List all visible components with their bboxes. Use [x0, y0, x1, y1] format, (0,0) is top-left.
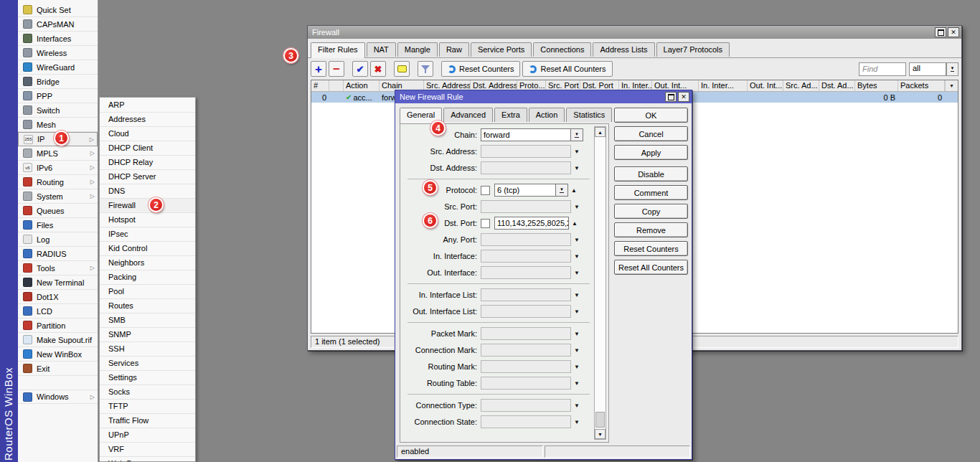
sidebar-item-capsman[interactable]: CAPsMAN ▷: [18, 17, 98, 32]
field-input[interactable]: [481, 344, 571, 357]
reset-counters-toolbar-button[interactable]: Reset Counters: [441, 61, 520, 77]
column-chooser-button[interactable]: ▼: [945, 80, 958, 91]
submenu-item-dhcp-client[interactable]: DHCP Client: [100, 141, 195, 156]
submenu-item-ssh[interactable]: SSH: [100, 342, 195, 357]
copy-button[interactable]: Copy: [614, 204, 688, 219]
submenu-item-packing[interactable]: Packing: [100, 270, 195, 285]
sidebar-item-tools[interactable]: Tools ▷: [18, 261, 98, 275]
submenu-item-pool[interactable]: Pool: [100, 285, 195, 299]
dialog-maximize-button[interactable]: [665, 92, 677, 102]
field-input[interactable]: [481, 360, 571, 373]
sidebar-item-mpls[interactable]: MPLS ▷: [18, 146, 98, 161]
field-input[interactable]: [481, 161, 571, 174]
fw-tab-mangle[interactable]: Mangle: [397, 42, 438, 57]
column-header-action[interactable]: Action: [344, 80, 380, 91]
submenu-item-neighbors[interactable]: Neighbors: [100, 256, 195, 270]
column-header-item[interactable]: #: [311, 80, 329, 91]
column-header-dst-ad[interactable]: Dst. Ad...: [819, 80, 855, 91]
add-rule-button[interactable]: +: [311, 61, 326, 77]
submenu-item-dns[interactable]: DNS: [100, 184, 195, 199]
field-expand-arrow[interactable]: [571, 165, 583, 171]
sidebar-item-switch[interactable]: Switch ▷: [18, 103, 98, 118]
submenu-item-routes[interactable]: Routes: [100, 299, 195, 314]
dialog-tab-action[interactable]: Action: [529, 108, 565, 122]
field-expand-arrow[interactable]: [568, 187, 580, 194]
filter-scope-select[interactable]: all: [909, 62, 946, 76]
sidebar-item-wireless[interactable]: Wireless ▷: [18, 46, 98, 60]
field-checkbox[interactable]: [481, 186, 490, 195]
sidebar-item-mesh[interactable]: Mesh ▷: [18, 118, 98, 132]
sidebar-item-dot1x[interactable]: Dot1X ▷: [18, 290, 98, 304]
field-expand-arrow[interactable]: [571, 308, 583, 315]
sidebar-item-lcd[interactable]: LCD ▷: [18, 304, 98, 319]
disable-rule-button[interactable]: ✖: [370, 61, 386, 77]
submenu-item-upnp[interactable]: UPnP: [100, 428, 195, 443]
field-expand-arrow[interactable]: [571, 204, 583, 210]
field-expand-arrow[interactable]: [569, 220, 580, 227]
submenu-item-socks[interactable]: Socks: [100, 385, 195, 400]
field-input[interactable]: [481, 327, 571, 340]
column-header-bytes[interactable]: Bytes: [855, 80, 898, 91]
filter-button[interactable]: [418, 61, 433, 77]
submenu-item-addresses[interactable]: Addresses: [100, 113, 195, 127]
submenu-item-snmp[interactable]: SNMP: [100, 328, 195, 342]
fw-tab-raw[interactable]: Raw: [439, 42, 469, 57]
sidebar-item-windows[interactable]: Windows ▷: [18, 390, 98, 404]
field-input[interactable]: 6 (tcp): [494, 184, 556, 197]
field-expand-arrow[interactable]: [571, 402, 583, 409]
field-input[interactable]: [481, 200, 571, 213]
dialog-tab-advanced[interactable]: Advanced: [443, 108, 493, 122]
field-input[interactable]: [481, 305, 571, 318]
sidebar-item-partition[interactable]: Partition ▷: [18, 319, 98, 333]
field-expand-arrow[interactable]: [571, 148, 583, 155]
field-input[interactable]: [481, 399, 571, 412]
sidebar-item-quick-set[interactable]: Quick Set ▷: [18, 3, 98, 17]
column-header-item[interactable]: [329, 80, 344, 91]
submenu-item-hotspot[interactable]: Hotspot: [100, 213, 195, 227]
field-expand-arrow[interactable]: [571, 237, 583, 243]
remove-button[interactable]: Remove: [614, 222, 688, 237]
maximize-button[interactable]: [935, 27, 946, 37]
sidebar-item-files[interactable]: Files ▷: [18, 218, 98, 232]
scroll-up-button[interactable]: ▲: [595, 127, 606, 137]
reset-all-counters-toolbar-button[interactable]: Reset All Counters: [522, 61, 612, 77]
column-header-src-ad[interactable]: Src. Ad...: [783, 80, 819, 91]
sidebar-item-new-terminal[interactable]: New Terminal ▷: [18, 275, 98, 290]
filter-scope-dropdown-button[interactable]: [946, 62, 958, 76]
field-input[interactable]: forward: [481, 128, 571, 141]
sidebar-item-new-winbox[interactable]: New WinBox ▷: [18, 347, 98, 362]
submenu-item-web-proxy[interactable]: Web Proxy: [100, 457, 195, 462]
sidebar-item-bridge[interactable]: Bridge ▷: [18, 75, 98, 89]
field-input[interactable]: [481, 377, 571, 390]
sidebar-item-interfaces[interactable]: Interfaces ▷: [18, 32, 98, 46]
sidebar-item-system[interactable]: System ▷: [18, 189, 98, 204]
remove-rule-button[interactable]: −: [329, 61, 344, 77]
field-input[interactable]: [481, 288, 571, 301]
submenu-item-services[interactable]: Services: [100, 357, 195, 371]
sidebar-item-radius[interactable]: RADIUS ▷: [18, 247, 98, 261]
ok-button[interactable]: OK: [614, 108, 688, 123]
submenu-item-kid-control[interactable]: Kid Control: [100, 242, 195, 256]
fw-tab-service-ports[interactable]: Service Ports: [471, 42, 532, 57]
submenu-item-settings[interactable]: Settings: [100, 371, 195, 385]
field-expand-arrow[interactable]: [571, 380, 583, 387]
fw-tab-nat[interactable]: NAT: [367, 42, 396, 57]
field-input[interactable]: [481, 415, 571, 428]
field-expand-arrow[interactable]: [571, 419, 583, 425]
sidebar-item-make-supout-rif[interactable]: Make Supout.rif ▷: [18, 333, 98, 347]
field-input[interactable]: 110,143,2525,8025,2: [494, 217, 569, 230]
comment-button[interactable]: Comment: [614, 185, 688, 200]
fw-tab-connections[interactable]: Connections: [533, 42, 591, 57]
submenu-item-tftp[interactable]: TFTP: [100, 400, 195, 414]
fw-tab-filter-rules[interactable]: Filter Rules: [311, 42, 365, 58]
sidebar-item-ipv6[interactable]: v6 IPv6 ▷: [18, 161, 98, 175]
field-input[interactable]: [481, 250, 571, 263]
comment-rule-button[interactable]: [394, 61, 410, 77]
field-expand-arrow[interactable]: [571, 347, 583, 354]
submenu-item-vrf[interactable]: VRF: [100, 443, 195, 457]
dialog-scrollbar[interactable]: ▲ ▼: [594, 126, 606, 440]
sidebar-item-wireguard[interactable]: WireGuard ▷: [18, 60, 98, 75]
enable-rule-button[interactable]: ✔: [352, 61, 368, 77]
field-expand-arrow[interactable]: [571, 331, 583, 337]
field-checkbox[interactable]: [481, 219, 490, 228]
